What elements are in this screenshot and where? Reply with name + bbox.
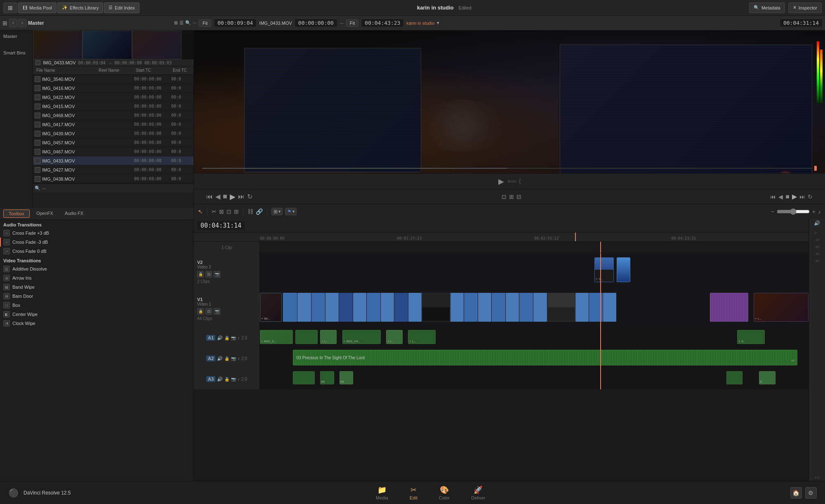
search-icon[interactable]: 🔍	[185, 20, 191, 26]
a2-expand[interactable]: ↕	[238, 356, 240, 361]
a2-cam[interactable]: 📷	[231, 356, 236, 361]
fit-btn-viewer[interactable]: Fit	[346, 19, 358, 27]
fit-btn-source[interactable]: Fit	[199, 19, 211, 27]
effect-center-wipe[interactable]: ◧ Center Wipe	[0, 310, 193, 319]
transport-to-end[interactable]: ⏭	[238, 193, 245, 200]
smart-bins[interactable]: Smart Bins	[2, 40, 31, 57]
tab-toolbox[interactable]: Toolbox	[3, 210, 30, 218]
effect-box[interactable]: □ Box	[0, 301, 193, 310]
zoom-in-icon[interactable]: +	[812, 208, 816, 215]
v1-lock[interactable]: 🔒	[197, 308, 204, 315]
more-source-icon[interactable]: ···	[340, 21, 344, 26]
a1-cam[interactable]: 📷	[231, 336, 236, 340]
media-row[interactable]: IMG_0468.MOV 00:00:00:00 00:0	[33, 111, 193, 120]
media-row[interactable]: IMG_0416.MOV 00:00:00:00 00:0	[33, 84, 193, 93]
media-row[interactable]: IMG_0415.MOV 00:00:00:00 00:0	[33, 102, 193, 111]
v2-cam[interactable]: 📷	[214, 271, 220, 278]
a1-content[interactable]: + IMG_0... + L... + IMG_04... + I...	[260, 327, 808, 348]
trim-tool[interactable]: ⊠	[219, 208, 224, 215]
v1-content[interactable]: + IM...	[260, 290, 808, 327]
zoom-slider[interactable]	[777, 208, 810, 215]
media-row[interactable]: IMG_0433.MOV 00:00:00:00 00:0	[33, 156, 193, 165]
a3-lock[interactable]: 🔒	[224, 377, 229, 382]
transport-play-back[interactable]: ◀	[215, 193, 220, 200]
media-pool-btn[interactable]: 🎞 Media Pool	[18, 2, 57, 13]
more-footer-icon[interactable]: ···	[42, 186, 46, 191]
v1-link[interactable]: ⛓	[205, 308, 212, 315]
preview-right-play[interactable]: ▶	[792, 193, 797, 200]
select-tool[interactable]: ↖	[198, 208, 203, 215]
effects-library-btn[interactable]: ✨ Effects Library	[57, 2, 103, 13]
link-tool[interactable]: ⛓	[248, 208, 253, 215]
a2-content[interactable]: 03 Precious In The Sight Of The Lord ↩	[260, 348, 808, 369]
media-row[interactable]: IMG_0438.MOV 00:00:00:00 00:0	[33, 174, 193, 184]
list-view-icon[interactable]: ☰	[179, 20, 184, 26]
slip-tool[interactable]: ⊡	[226, 208, 231, 215]
inspector-btn[interactable]: ✕ Inspector	[788, 2, 822, 13]
razor-tool[interactable]: ✂	[212, 208, 217, 215]
transport-to-start[interactable]: ⏮	[206, 193, 213, 200]
speaker-icon[interactable]: 🔊	[814, 220, 820, 226]
settings-btn[interactable]: ⚙	[805, 487, 817, 499]
a2-lock[interactable]: 🔒	[224, 356, 229, 361]
a1-lock[interactable]: 🔒	[224, 336, 229, 340]
effect-band-wipe[interactable]: ▤ Band Wipe	[0, 283, 193, 292]
timeline-ruler[interactable]: 00:00:00:00 00:01:27:23 00:02:55:22 00:0…	[194, 233, 808, 242]
match-frame-icon[interactable]: ⊟	[516, 193, 521, 200]
transport-stop[interactable]: ■	[223, 192, 227, 201]
media-row[interactable]: IMG_0439.MOV 00:00:00:00 00:0	[33, 129, 193, 138]
more-icon[interactable]: ···	[193, 20, 196, 26]
a2-speaker[interactable]: 🔊	[217, 356, 223, 361]
home-btn[interactable]: 🏠	[790, 487, 802, 499]
media-row[interactable]: IMG_0417.MOV 00:00:00:00 00:0	[33, 120, 193, 129]
master-bin[interactable]: Master	[2, 32, 31, 40]
next-frame-icon[interactable]: ⊞	[509, 193, 514, 200]
a1-expand[interactable]: ↕	[238, 336, 240, 340]
effect-crossfade-plus3[interactable]: ↔ Cross Fade +3 dB	[0, 228, 193, 238]
nav-back[interactable]: ‹	[9, 19, 17, 27]
media-row[interactable]: IMG_0422.MOV 00:00:00:00 00:0	[33, 93, 193, 102]
nav-media[interactable]: 📁 Media	[369, 483, 395, 503]
transport-loop[interactable]: ↻	[247, 193, 252, 200]
effect-clock-wipe[interactable]: ◔ Clock Wipe	[0, 319, 193, 328]
media-row[interactable]: IMG_3540.MOV 00:00:00:00 00:0	[33, 75, 193, 84]
edit-index-btn[interactable]: ☰ Edit Index	[104, 2, 139, 13]
nav-deliver[interactable]: 🚀 Deliver	[464, 483, 492, 503]
v1-cam[interactable]: 📷	[214, 308, 220, 315]
unlink-tool[interactable]: 🔗	[256, 208, 263, 215]
effect-arrow-iris[interactable]: ◎ Arrow Iris	[0, 273, 193, 283]
nav-color[interactable]: 🎨 Color	[432, 483, 456, 503]
v2-link[interactable]: ⛓	[205, 271, 212, 278]
transport-play[interactable]: ▶	[230, 192, 236, 201]
v2-lock[interactable]: 🔒	[197, 271, 204, 278]
tab-openfx[interactable]: OpenFX	[31, 210, 58, 218]
effect-barn-door[interactable]: ⊟ Barn Door	[0, 292, 193, 301]
chevron-down-icon[interactable]: ▾	[437, 20, 439, 26]
zoom-out-icon[interactable]: −	[771, 208, 774, 215]
tab-audiofx[interactable]: Audio FX	[60, 210, 88, 218]
grid-view-icon[interactable]: ⊞	[174, 20, 178, 26]
a1-speaker[interactable]: 🔊	[217, 335, 223, 341]
preview-right-end[interactable]: ⏭	[799, 193, 805, 200]
search-footer-icon[interactable]: 🔍	[35, 186, 40, 191]
preview-right-loop[interactable]: ↻	[808, 193, 813, 200]
music-icon[interactable]: ♪	[818, 208, 821, 215]
timeline-tracks[interactable]: 1 Clip V2 Video 2 🔒 ⛓	[194, 242, 808, 481]
a3-speaker[interactable]: 🔊	[217, 377, 223, 382]
flag-arrow[interactable]: ▾	[292, 209, 295, 214]
media-row[interactable]: IMG_0467.MOV 00:00:00:00 00:0	[33, 147, 193, 156]
workspace-btn[interactable]: ⊞	[3, 2, 17, 13]
a2-clip-end-icon[interactable]: ↩	[791, 358, 795, 363]
preview-right-icon2[interactable]: ◀	[778, 193, 783, 200]
effect-crossfade-0[interactable]: ↔ Cross Fade 0 dB	[0, 247, 193, 256]
effect-additive-dissolve[interactable]: ◫ Additive Dissolve	[0, 264, 193, 273]
preview-right-icon1[interactable]: ⏮	[770, 193, 776, 200]
preview-right-stop[interactable]: ■	[785, 193, 790, 200]
metadata-btn[interactable]: 🔍 Metadata	[749, 2, 785, 13]
v2-content[interactable]: + S...	[260, 253, 808, 290]
effect-crossfade-minus3[interactable]: ↔ Cross Fade -3 dB	[0, 238, 193, 247]
media-row[interactable]: IMG_0427.MOV 00:00:00:00 00:0	[33, 165, 193, 174]
snapping-arrow[interactable]: ▾	[278, 209, 280, 214]
slide-tool[interactable]: ⊞	[234, 208, 239, 215]
nav-edit[interactable]: ✂ Edit	[403, 483, 424, 503]
